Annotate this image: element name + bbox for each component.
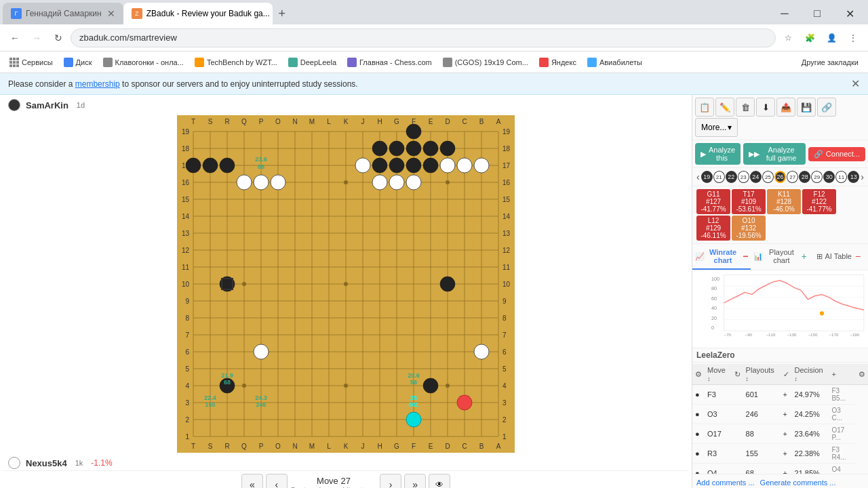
ai-table-row[interactable]: ● O3 246 + 24.25% O3 C...: [692, 405, 868, 424]
new-tab-button[interactable]: +: [273, 4, 292, 23]
ai-table-minus[interactable]: −: [855, 251, 861, 262]
tab-bar: Г Геннадий Самаркин ✕ Z ZBaduk - Review …: [0, 0, 868, 24]
bookmark-cgos[interactable]: (CGOS) 19x19 Com...: [439, 56, 532, 68]
suggest-t17[interactable]: T17 #109 -53.61%: [732, 189, 766, 214]
suggest-k11[interactable]: K11 #128 -46.0%: [767, 189, 801, 214]
bookmark-avia[interactable]: Авиабилеты: [583, 56, 646, 68]
add-comments-link[interactable]: Add comments ...: [696, 479, 755, 487]
reload-button[interactable]: ↻: [49, 28, 68, 47]
bookmark-techbench[interactable]: TechBench by WZT...: [191, 56, 281, 68]
winrate-chart-tab[interactable]: 📈 Winrate chart −: [692, 244, 751, 270]
move-dot-13[interactable]: 13: [848, 171, 859, 183]
suggest-g11[interactable]: G11 #127 -41.77%: [696, 189, 730, 214]
col-refresh[interactable]: ↻: [732, 364, 743, 385]
svg-text:T: T: [191, 443, 195, 450]
chess-icon: [347, 58, 357, 67]
col-icon[interactable]: ⚙: [692, 364, 705, 385]
bookmark-other[interactable]: Другие закладки: [797, 57, 863, 68]
col-decision[interactable]: Decision: [792, 364, 829, 385]
tool-edit[interactable]: ✏️: [715, 98, 734, 117]
move-number: Move 27: [296, 476, 372, 486]
col-playouts[interactable]: Playouts: [743, 364, 781, 385]
tool-save[interactable]: 💾: [797, 98, 816, 117]
move-dot-24[interactable]: 24: [750, 171, 762, 183]
svg-text:19: 19: [182, 128, 190, 136]
generate-comments-link[interactable]: Generate comments ...: [760, 479, 836, 487]
move-nav-left-arrow[interactable]: ‹: [696, 171, 700, 182]
first-move-button[interactable]: «: [241, 474, 263, 488]
col-check[interactable]: ✓: [781, 364, 792, 385]
move-dot-21[interactable]: 21: [713, 171, 725, 183]
suggest-l12[interactable]: L12 #129 -46.11%: [696, 216, 730, 241]
bookmark-button[interactable]: ☆: [778, 28, 797, 47]
move-nav-right-arrow[interactable]: ›: [861, 171, 864, 182]
address-bar[interactable]: zbaduk.com/smartreview: [71, 28, 776, 47]
analyze-full-button[interactable]: ▶▶ Analyze full game: [743, 143, 806, 165]
svg-point-138: [440, 277, 455, 291]
minimize-button[interactable]: ─: [769, 3, 800, 24]
tool-download[interactable]: ⬇: [756, 98, 775, 117]
move-dot-23[interactable]: 23: [738, 171, 749, 183]
prev-move-button[interactable]: ‹: [266, 474, 288, 488]
ai-table-row[interactable]: ● O4 68 + 21.85% O4 C...: [692, 464, 868, 474]
more-chevron-icon: ▾: [728, 123, 732, 132]
svg-text:D: D: [445, 443, 450, 450]
ai-table-row[interactable]: ● F3 601 + 24.97% F3 B5...: [692, 385, 868, 405]
move-dot-25[interactable]: 25: [762, 171, 774, 183]
maximize-button[interactable]: □: [802, 3, 833, 24]
close-button[interactable]: ✕: [834, 3, 865, 24]
suggest-o10[interactable]: O10 #132 -19.56%: [732, 216, 766, 241]
move-dot-22[interactable]: 22: [726, 171, 737, 183]
back-button[interactable]: ←: [5, 28, 24, 47]
ai-table-tab[interactable]: ⊞ AI Table −: [810, 247, 868, 267]
move-dot-11[interactable]: 11: [835, 171, 847, 183]
next-move-button[interactable]: ›: [380, 474, 401, 488]
bookmark-chess[interactable]: Главная - Chess.com: [343, 56, 436, 68]
ai-table-row[interactable]: ● O17 88 + 23.64% O17 P...: [692, 424, 868, 444]
info-close-button[interactable]: ✕: [851, 77, 860, 90]
profile-button[interactable]: 👤: [822, 28, 841, 47]
bookmark-disk[interactable]: Диск: [60, 56, 96, 68]
bookmark-yandex[interactable]: Яндекс: [535, 56, 580, 68]
svg-rect-173: [724, 275, 864, 331]
last-move-button[interactable]: »: [404, 474, 426, 488]
analyze-this-button[interactable]: ▶ Analyze this: [695, 143, 741, 165]
bookmark-apps[interactable]: Сервисы: [5, 56, 57, 68]
ai-table-row[interactable]: ● R3 155 + 22.38% F3 R4...: [692, 444, 868, 464]
tab-inactive[interactable]: Г Геннадий Самаркин ✕: [3, 3, 123, 24]
col-settings[interactable]: ⚙: [856, 364, 868, 385]
more-button[interactable]: More... ▾: [695, 118, 738, 137]
tool-clipboard[interactable]: 📋: [695, 98, 714, 117]
col-plus[interactable]: +: [829, 364, 856, 385]
info-link[interactable]: membership: [75, 79, 120, 89]
suggest-f12[interactable]: F12 #122 -41.77%: [802, 189, 836, 214]
tab-active[interactable]: Z ZBaduk - Review your Baduk ga... ✕: [123, 3, 273, 24]
move-dot-27[interactable]: 27: [787, 171, 798, 183]
svg-text:19: 19: [502, 128, 511, 136]
tool-upload[interactable]: 📤: [776, 98, 795, 117]
white-player-name: Nexus5k4: [26, 458, 67, 468]
col-move[interactable]: Move: [705, 364, 732, 385]
eye-toggle-button[interactable]: 👁: [429, 474, 450, 488]
playout-chart-add[interactable]: +: [801, 251, 806, 262]
menu-button[interactable]: ⋮: [844, 28, 863, 47]
svg-point-178: [820, 311, 824, 315]
connect-button[interactable]: 🔗 Connect...: [808, 147, 865, 161]
move-dot-28[interactable]: 28: [799, 171, 810, 183]
svg-point-42: [242, 282, 246, 286]
extensions-button[interactable]: 🧩: [800, 28, 819, 47]
move-dot-19[interactable]: 19: [701, 171, 713, 183]
suggested-moves: G11 #127 -41.77% T17 #109 -53.61% K11 #1…: [692, 186, 868, 244]
move-dot-30[interactable]: 30: [823, 171, 835, 183]
tool-link[interactable]: 🔗: [817, 98, 836, 117]
bookmark-deepleela[interactable]: DeepLeela: [284, 56, 340, 68]
playout-chart-tab[interactable]: 📊 Playout chart +: [751, 244, 809, 270]
bookmark-keyboard[interactable]: Клавогонки - онла...: [99, 56, 188, 68]
winrate-chart-minus[interactable]: −: [743, 251, 748, 262]
svg-text:5: 5: [185, 365, 189, 373]
tool-delete[interactable]: 🗑: [736, 98, 755, 117]
move-dot-29[interactable]: 29: [811, 171, 823, 183]
forward-button[interactable]: →: [27, 28, 46, 47]
move-dot-26[interactable]: 26: [774, 171, 786, 183]
tab-close-1[interactable]: ✕: [107, 8, 115, 19]
